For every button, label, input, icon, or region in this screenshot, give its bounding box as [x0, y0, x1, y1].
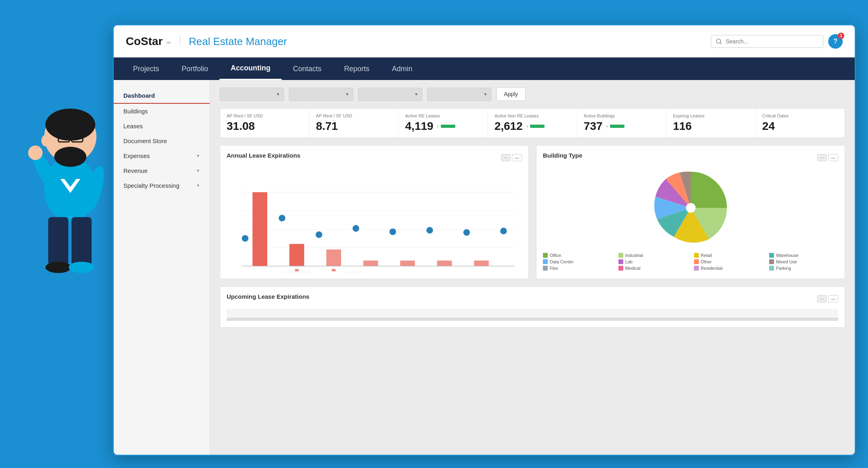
filter-2-wrapper — [289, 88, 353, 101]
notification-badge: 1 — [838, 33, 844, 39]
help-button[interactable]: ? 1 — [828, 34, 843, 49]
legend-item-residential: Residential — [694, 266, 763, 271]
upcoming-lease-minimize-button[interactable]: — — [828, 295, 838, 302]
building-type-more-button[interactable]: ··· — [817, 154, 827, 161]
annual-lease-chart-card: Annual Lease Expirations ··· — — [220, 145, 529, 279]
main-content: Dashboard Buildings Leases Document Stor… — [114, 80, 855, 455]
upcoming-lease-placeholder — [227, 309, 838, 321]
top-bar: CoStar ™ Real Estate Manager ? 1 — [114, 25, 855, 57]
filter-bar: Apply — [220, 87, 845, 101]
character-illustration — [0, 0, 113, 468]
svg-rect-14 — [295, 269, 299, 271]
sidebar-item-buildings[interactable]: Buildings — [114, 104, 210, 119]
svg-rect-9 — [326, 250, 341, 266]
svg-point-31 — [54, 147, 86, 167]
sidebar-item-document-store[interactable]: Document Store — [114, 133, 210, 148]
chevron-down-icon: ▼ — [196, 154, 200, 158]
filter-1-wrapper — [220, 88, 284, 101]
stat-ap-rent-sf-1: AP Rent / SF USD 31.08 — [220, 109, 309, 138]
app-container: CoStar ™ Real Estate Manager ? 1 Project… — [113, 24, 856, 456]
nav-bar: Projects Portfolio Accounting Contacts R… — [114, 57, 855, 80]
legend-item-other: Other — [694, 259, 763, 264]
nav-item-admin[interactable]: Admin — [381, 57, 424, 80]
filter-select-2[interactable] — [289, 88, 353, 101]
annual-lease-chart-svg — [227, 168, 522, 272]
stat-ap-rent-sf-2: AP Rent / SF USD 8.71 — [309, 109, 399, 138]
pie-legend: Office Industrial Retail — [543, 253, 838, 271]
nav-item-contacts[interactable]: Contacts — [282, 57, 333, 80]
svg-point-37 — [28, 146, 43, 160]
pie-chart-container: Office Industrial Retail — [543, 168, 838, 271]
annual-lease-chart-container — [227, 168, 522, 272]
building-type-chart-actions: ··· — — [817, 154, 838, 161]
sidebar-item-leases[interactable]: Leases — [114, 119, 210, 133]
content-area: Apply AP Rent / SF USD 31.08 AP Rent / S… — [210, 80, 855, 455]
chevron-down-icon: ▼ — [196, 183, 200, 188]
stat-active-re-leases: Active RE Leases 4,119 ↑ — [399, 109, 488, 138]
legend-item-retail: Retail — [694, 253, 763, 258]
upcoming-lease-more-button[interactable]: ··· — [817, 295, 827, 302]
filter-select-4[interactable] — [427, 88, 491, 101]
stat-active-non-re-leases: Active Non RE Leases 2,612 ↑ — [488, 109, 577, 138]
legend-item-lab: Lab — [618, 259, 688, 264]
svg-point-23 — [500, 228, 507, 234]
logo-costar: CoStar — [126, 35, 163, 48]
stat-expiring-leases: Expiring Leases 116 — [667, 109, 756, 138]
svg-point-21 — [426, 227, 433, 234]
sidebar: Dashboard Buildings Leases Document Stor… — [114, 80, 210, 455]
svg-point-17 — [279, 215, 286, 222]
svg-point-41 — [45, 262, 71, 273]
legend-item-office: Office — [543, 253, 612, 258]
logo-tm: ™ — [166, 41, 171, 46]
nav-item-portfolio[interactable]: Portfolio — [170, 57, 219, 80]
upcoming-lease-chart-title: Upcoming Lease Expirations — [227, 293, 309, 300]
legend-item-mixed-use: Mixed Use — [769, 259, 838, 264]
svg-point-36 — [27, 147, 66, 199]
filter-select-1[interactable] — [220, 88, 284, 101]
svg-point-42 — [69, 262, 94, 273]
svg-rect-8 — [289, 244, 304, 266]
sidebar-item-expenses[interactable]: Expenses ▼ — [114, 148, 210, 163]
building-type-pie-svg — [651, 168, 731, 248]
annual-lease-chart-title: Annual Lease Expirations — [227, 152, 300, 159]
svg-rect-11 — [400, 261, 415, 266]
svg-point-18 — [315, 231, 322, 238]
building-type-minimize-button[interactable]: — — [828, 154, 838, 161]
sidebar-item-dashboard[interactable]: Dashboard — [114, 88, 210, 104]
search-input[interactable] — [726, 38, 814, 45]
svg-point-29 — [44, 111, 96, 163]
legend-item-datacenter: Data Center — [543, 259, 612, 264]
legend-item-parking: Parking — [769, 266, 838, 271]
svg-rect-7 — [252, 192, 267, 266]
stat-critical-dates: Critical Dates 24 — [756, 109, 845, 138]
logo-separator — [180, 35, 180, 45]
logo-area: CoStar ™ Real Estate Manager — [126, 35, 287, 48]
svg-rect-13 — [474, 261, 489, 266]
svg-point-43 — [41, 135, 49, 146]
svg-point-22 — [463, 229, 470, 236]
annual-lease-minimize-button[interactable]: — — [512, 154, 522, 161]
svg-marker-35 — [60, 179, 80, 193]
apply-button[interactable]: Apply — [496, 87, 526, 101]
svg-point-16 — [242, 235, 249, 242]
search-icon — [715, 38, 723, 45]
svg-line-1 — [720, 43, 721, 44]
building-type-chart-title: Building Type — [543, 152, 582, 159]
annual-lease-more-button[interactable]: ··· — [501, 154, 510, 161]
nav-item-accounting[interactable]: Accounting — [219, 57, 282, 80]
nav-item-projects[interactable]: Projects — [122, 57, 170, 80]
sidebar-item-specialty-processing[interactable]: Specialty Processing ▼ — [114, 178, 210, 193]
search-box — [711, 35, 823, 48]
sidebar-item-revenue[interactable]: Revenue ▼ — [114, 163, 210, 178]
svg-point-0 — [717, 39, 721, 43]
svg-rect-40 — [72, 217, 92, 265]
svg-point-28 — [44, 157, 96, 221]
charts-row: Annual Lease Expirations ··· — — [220, 145, 845, 279]
stat-active-buildings: Active Buildings 737 ↑ — [577, 109, 667, 138]
filter-select-3[interactable] — [358, 88, 422, 101]
upcoming-lease-chart-card: Upcoming Lease Expirations ··· — — [220, 286, 845, 328]
top-bar-right: ? 1 — [711, 34, 843, 49]
legend-item-flex: Flex — [543, 266, 612, 271]
nav-item-reports[interactable]: Reports — [333, 57, 381, 80]
filter-3-wrapper — [358, 88, 422, 101]
